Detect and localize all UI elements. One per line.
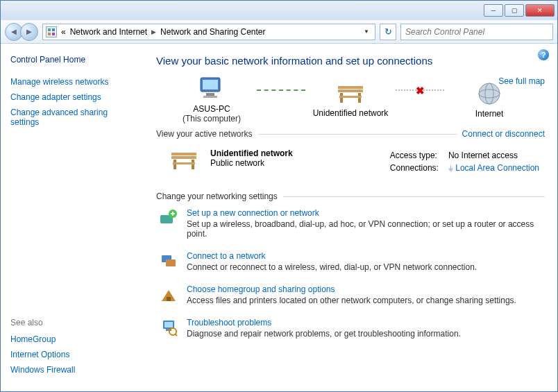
toolbar: ◄ ► « Network and Internet ▶ Network and… [1, 20, 557, 44]
control-panel-window: ─ ▢ ✕ ◄ ► « Network and Internet ▶ Netwo… [0, 0, 558, 392]
network-map: See full map ASUS-PC (This computer) Uni… [156, 76, 545, 123]
help-icon[interactable]: ? [538, 49, 549, 60]
sidebar-link-adapter[interactable]: Change adapter settings [10, 92, 137, 102]
main-content: ? View your basic network information an… [146, 44, 557, 391]
seealso-windows-firewall[interactable]: Windows Firewall [10, 365, 137, 375]
svg-rect-27 [164, 322, 173, 327]
arrow-left-icon: ◄ [10, 26, 19, 37]
map-node-network: Unidentified network [305, 82, 396, 118]
ethernet-icon: ⏚ [448, 163, 453, 173]
task-list: Set up a new connection or network Set u… [156, 208, 545, 339]
network-center-icon [46, 26, 57, 37]
computer-sublabel: (This computer) [183, 114, 241, 123]
task-desc: Diagnose and repair network problems, or… [187, 329, 461, 339]
active-networks-label: View your active networks [156, 129, 253, 139]
map-node-computer: ASUS-PC (This computer) [167, 76, 257, 123]
nav-buttons: ◄ ► [5, 23, 38, 41]
connect-network-icon [159, 251, 178, 271]
svg-rect-5 [203, 80, 218, 90]
task-item: Choose homegroup and sharing options Acc… [159, 284, 545, 305]
svg-rect-20 [173, 162, 195, 164]
svg-rect-8 [338, 86, 363, 89]
search-input[interactable] [405, 27, 548, 37]
svg-rect-9 [338, 90, 363, 92]
seealso-homegroup[interactable]: HomeGroup [10, 334, 137, 344]
seealso-internet-options[interactable]: Internet Options [10, 350, 137, 359]
refresh-button[interactable]: ↻ [380, 24, 396, 40]
svg-rect-7 [203, 96, 217, 98]
connection-ok [257, 90, 305, 91]
svg-rect-16 [171, 153, 196, 155]
sidebar-link-wireless[interactable]: Manage wireless networks [10, 77, 137, 87]
arrow-right-icon: ► [25, 26, 34, 37]
connection-bad: ✖ [396, 90, 444, 91]
address-bar[interactable]: « Network and Internet ▶ Network and Sha… [42, 24, 375, 40]
task-item: Connect to a network Connect or reconnec… [159, 251, 545, 272]
active-networks-header: View your active networks Connect or dis… [156, 129, 545, 139]
address-dropdown[interactable]: ▼ [361, 28, 372, 35]
svg-rect-0 [48, 28, 51, 31]
svg-rect-24 [166, 259, 176, 266]
bench-icon [169, 148, 199, 172]
connections-label: Connections: [386, 162, 443, 173]
task-homegroup[interactable]: Choose homegroup and sharing options [187, 284, 516, 294]
access-type-label: Access type: [386, 150, 443, 161]
svg-rect-6 [206, 93, 214, 96]
map-node-internet: Internet [444, 81, 534, 119]
chevron-right-icon: ▶ [151, 28, 156, 35]
breadcrumb-prefix[interactable]: « [61, 27, 66, 37]
task-item: Set up a new connection or network Set u… [159, 208, 545, 239]
network-info: Unidentified network Public network [210, 148, 373, 175]
active-network-name: Unidentified network [210, 148, 373, 158]
breadcrumb-parent[interactable]: Network and Internet [70, 27, 147, 37]
refresh-icon: ↻ [384, 26, 392, 37]
computer-label: ASUS-PC [193, 104, 230, 114]
connect-disconnect-link[interactable]: Connect or disconnect [462, 129, 545, 139]
task-desc: Access files and printers located on oth… [187, 296, 516, 305]
network-properties: Access type: No Internet access Connecti… [384, 148, 545, 175]
sidebar: Control Panel Home Manage wireless netwo… [1, 44, 146, 391]
svg-point-13 [479, 83, 500, 104]
titlebar: ─ ▢ ✕ [1, 1, 557, 20]
troubleshoot-icon [159, 318, 178, 337]
task-desc: Connect or reconnect to a wireless, wire… [187, 262, 477, 272]
access-type-value: No Internet access [444, 150, 543, 161]
task-setup-connection[interactable]: Set up a new connection or network [187, 208, 545, 218]
svg-rect-25 [167, 297, 171, 301]
svg-rect-1 [52, 28, 55, 31]
active-network-type: Public network [210, 158, 373, 168]
task-connect-network[interactable]: Connect to a network [187, 251, 477, 261]
maximize-button[interactable]: ▢ [505, 4, 524, 17]
settings-label: Change your networking settings [156, 191, 278, 201]
active-network-row: Unidentified network Public network Acce… [156, 146, 545, 186]
forward-button[interactable]: ► [20, 23, 38, 41]
svg-rect-12 [339, 96, 362, 98]
see-full-map-link[interactable]: See full map [498, 76, 545, 86]
homegroup-icon [159, 284, 178, 304]
svg-rect-17 [171, 156, 196, 159]
body: Control Panel Home Manage wireless netwo… [1, 44, 557, 391]
sidebar-link-advanced-sharing[interactable]: Change advanced sharing settings [10, 108, 137, 127]
search-box[interactable] [400, 24, 553, 40]
internet-label: Internet [475, 109, 504, 119]
see-also-header: See also [10, 318, 137, 327]
computer-icon [196, 76, 227, 101]
x-icon: ✖ [416, 85, 425, 97]
connection-link[interactable]: Local Area Connection [455, 163, 539, 173]
task-desc: Set up a wireless, broadband, dial-up, a… [187, 219, 545, 239]
page-title: View your basic network information and … [156, 55, 545, 67]
new-connection-icon [159, 208, 178, 228]
svg-rect-2 [48, 33, 51, 35]
close-button[interactable]: ✕ [525, 4, 555, 17]
svg-rect-3 [52, 33, 55, 35]
breadcrumb-current[interactable]: Network and Sharing Center [160, 27, 265, 37]
bench-icon [335, 82, 366, 105]
task-troubleshoot[interactable]: Troubleshoot problems [187, 318, 461, 327]
control-panel-home-link[interactable]: Control Panel Home [10, 55, 137, 65]
settings-header: Change your networking settings [156, 191, 545, 201]
minimize-button[interactable]: ─ [484, 4, 503, 17]
task-item: Troubleshoot problems Diagnose and repai… [159, 318, 545, 339]
network-label: Unidentified network [313, 108, 389, 118]
